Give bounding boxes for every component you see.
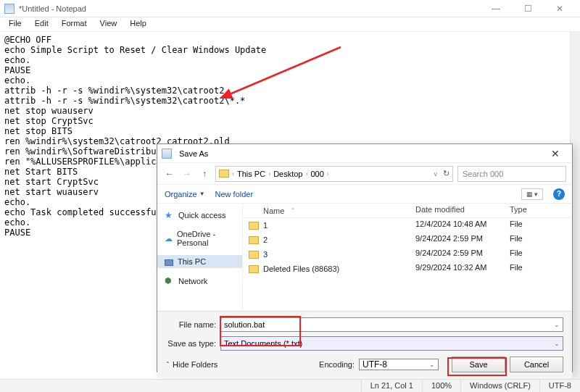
column-header-type[interactable]: Type (504, 204, 540, 217)
status-encoding: UTF-8 (539, 380, 580, 392)
search-input[interactable]: Search 000 (457, 166, 566, 182)
nav-up-button[interactable]: ↑ (198, 167, 211, 180)
hide-folders-toggle[interactable]: ˄ Hide Folders (166, 360, 218, 369)
maximize-button[interactable]: ☐ (512, 1, 544, 17)
menu-format[interactable]: Format (56, 17, 93, 31)
chevron-down-icon[interactable]: v (434, 170, 438, 178)
refresh-icon[interactable]: ↻ (443, 169, 450, 178)
item-type: File (504, 233, 540, 247)
item-date: 9/24/2024 2:59 PM (410, 247, 504, 262)
folder-icon (249, 251, 259, 259)
sidebar-item-onedrive[interactable]: ☁OneDrive - Personal (157, 228, 242, 249)
star-icon: ★ (165, 210, 174, 220)
list-item[interactable]: 29/24/2024 2:59 PMFile (243, 233, 572, 247)
save-button[interactable]: Save (452, 356, 505, 372)
folder-icon (249, 236, 259, 244)
menu-view[interactable]: View (94, 17, 123, 31)
column-header-name[interactable]: Name˄ (243, 204, 410, 217)
notepad-app-icon (4, 4, 14, 14)
sidebar-item-network[interactable]: ⬢Network (157, 274, 242, 288)
list-item[interactable]: 39/24/2024 2:59 PMFile (243, 247, 572, 262)
path-part[interactable]: Desktop (273, 170, 302, 178)
filename-label: File name: (166, 320, 220, 329)
list-item[interactable]: 112/4/2024 10:48 AMFile (243, 218, 572, 233)
item-name: 1 (263, 221, 268, 230)
folder-icon (249, 265, 259, 273)
nav-forward-button[interactable]: → (181, 167, 194, 180)
new-folder-button[interactable]: New folder (215, 190, 254, 199)
column-header-date[interactable]: Date modified (410, 204, 504, 217)
sidebar-item-quick-access[interactable]: ★Quick access (157, 208, 242, 222)
item-date: 12/4/2024 10:48 AM (410, 218, 504, 233)
close-button[interactable]: ✕ (544, 1, 576, 17)
status-eol: Windows (CRLF) (460, 380, 539, 392)
encoding-dropdown[interactable]: UTF-8⌄ (359, 359, 439, 370)
folder-icon (219, 170, 229, 178)
item-date: 9/24/2024 2:59 PM (410, 233, 504, 247)
filetype-dropdown[interactable]: Text Documents (*.txt)⌄ (220, 336, 563, 351)
window-title: *Untitled - Notepad (19, 4, 480, 13)
filename-input[interactable]: solution.bat⌄ (220, 317, 563, 332)
item-type: File (504, 247, 540, 262)
path-part[interactable]: This PC (237, 170, 265, 178)
filetype-label: Save as type: (166, 339, 220, 348)
folder-icon (249, 222, 259, 230)
pc-icon (165, 259, 173, 266)
status-bar: Ln 21, Col 1 100% Windows (CRLF) UTF-8 (0, 379, 580, 392)
cancel-button[interactable]: Cancel (510, 356, 563, 372)
view-options-button[interactable]: ▦ ▾ (521, 188, 543, 200)
status-zoom: 100% (422, 380, 460, 392)
organize-menu[interactable]: Organize ▼ (165, 190, 205, 199)
dialog-icon (162, 149, 172, 159)
save-as-dialog: Save As ✕ ← → ↑ › This PC› Desktop› 000›… (157, 143, 573, 372)
path-part[interactable]: 000 (310, 170, 323, 178)
item-name: Deleted Files (88683) (263, 264, 339, 273)
item-date: 9/29/2024 10:32 AM (410, 262, 504, 276)
menu-edit[interactable]: Edit (29, 17, 54, 31)
help-button[interactable]: ? (553, 188, 565, 200)
list-item[interactable]: Deleted Files (88683)9/29/2024 10:32 AMF… (243, 262, 572, 276)
address-bar[interactable]: › This PC› Desktop› 000› v ↻ (215, 166, 453, 182)
item-name: 2 (263, 235, 268, 244)
item-type: File (504, 262, 540, 276)
search-placeholder: Search 000 (463, 170, 503, 178)
item-name: 3 (263, 250, 268, 259)
dialog-close-button[interactable]: ✕ (543, 148, 568, 159)
menu-file[interactable]: File (3, 17, 28, 31)
cloud-icon: ☁ (165, 234, 173, 243)
menu-help[interactable]: Help (124, 17, 152, 31)
sidebar-item-this-pc[interactable]: This PC (157, 255, 242, 268)
dialog-title: Save As (176, 149, 543, 158)
status-caret-pos: Ln 21, Col 1 (361, 380, 422, 392)
encoding-label: Encoding: (319, 360, 355, 369)
nav-back-button[interactable]: ← (163, 167, 176, 180)
navigation-pane: ★Quick access ☁OneDrive - Personal This … (157, 204, 243, 311)
minimize-button[interactable]: — (480, 1, 512, 17)
file-list: Name˄ Date modified Type 112/4/2024 10:4… (243, 204, 572, 311)
item-type: File (504, 218, 540, 233)
network-icon: ⬢ (165, 276, 174, 285)
